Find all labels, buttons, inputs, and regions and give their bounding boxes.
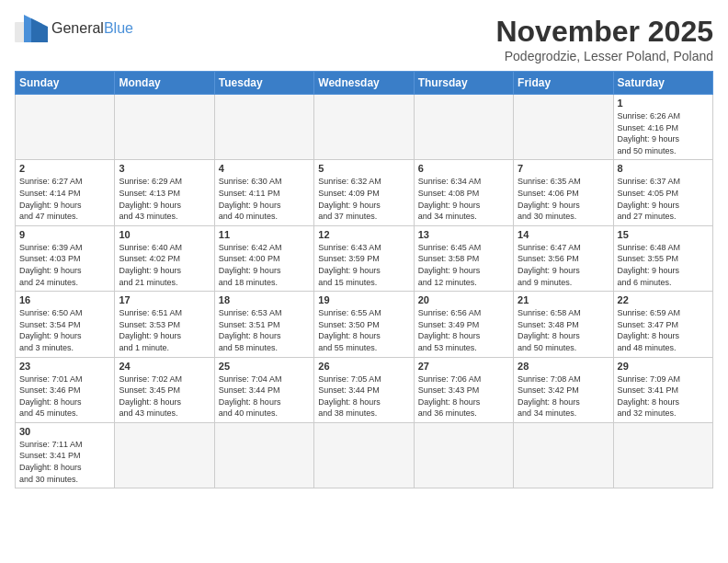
calendar-cell: 4Sunrise: 6:30 AM Sunset: 4:11 PM Daylig… bbox=[214, 160, 313, 225]
calendar-cell bbox=[613, 422, 712, 488]
day-info: Sunrise: 6:50 AM Sunset: 3:54 PM Dayligh… bbox=[19, 307, 110, 353]
day-number: 8 bbox=[618, 163, 709, 174]
calendar-cell: 6Sunrise: 6:34 AM Sunset: 4:08 PM Daylig… bbox=[414, 160, 513, 225]
weekday-header-row: SundayMondayTuesdayWednesdayThursdayFrid… bbox=[16, 72, 713, 95]
calendar-cell: 14Sunrise: 6:47 AM Sunset: 3:56 PM Dayli… bbox=[514, 225, 613, 291]
day-number: 23 bbox=[19, 361, 110, 372]
calendar-cell: 10Sunrise: 6:40 AM Sunset: 4:02 PM Dayli… bbox=[115, 225, 214, 291]
day-info: Sunrise: 6:58 AM Sunset: 3:48 PM Dayligh… bbox=[518, 307, 609, 353]
calendar-title: November 2025 bbox=[495, 15, 713, 49]
page-header: GeneralBlue November 2025 Podegrodzie, L… bbox=[15, 15, 713, 63]
calendar-cell: 15Sunrise: 6:48 AM Sunset: 3:55 PM Dayli… bbox=[613, 225, 712, 291]
weekday-header: Sunday bbox=[16, 72, 115, 95]
calendar-cell bbox=[514, 422, 613, 488]
day-number: 17 bbox=[119, 294, 210, 305]
calendar-cell bbox=[115, 422, 214, 488]
calendar-cell: 24Sunrise: 7:02 AM Sunset: 3:45 PM Dayli… bbox=[115, 357, 214, 422]
title-block: November 2025 Podegrodzie, Lesser Poland… bbox=[495, 15, 713, 63]
calendar-cell: 9Sunrise: 6:39 AM Sunset: 4:03 PM Daylig… bbox=[16, 225, 115, 291]
day-number: 3 bbox=[119, 163, 210, 174]
day-info: Sunrise: 6:47 AM Sunset: 3:56 PM Dayligh… bbox=[518, 242, 609, 288]
day-info: Sunrise: 7:04 AM Sunset: 3:44 PM Dayligh… bbox=[219, 373, 310, 419]
logo: GeneralBlue bbox=[15, 15, 133, 42]
calendar-cell bbox=[314, 95, 414, 160]
logo-icon bbox=[15, 15, 48, 42]
day-info: Sunrise: 7:06 AM Sunset: 3:43 PM Dayligh… bbox=[418, 373, 509, 419]
day-info: Sunrise: 7:08 AM Sunset: 3:42 PM Dayligh… bbox=[518, 373, 609, 419]
calendar-cell: 25Sunrise: 7:04 AM Sunset: 3:44 PM Dayli… bbox=[214, 357, 313, 422]
day-number: 6 bbox=[418, 163, 509, 174]
calendar-cell: 30Sunrise: 7:11 AM Sunset: 3:41 PM Dayli… bbox=[16, 422, 115, 488]
calendar-cell: 17Sunrise: 6:51 AM Sunset: 3:53 PM Dayli… bbox=[115, 292, 214, 357]
calendar-cell: 22Sunrise: 6:59 AM Sunset: 3:47 PM Dayli… bbox=[613, 292, 712, 357]
calendar-cell bbox=[414, 95, 513, 160]
calendar-table: SundayMondayTuesdayWednesdayThursdayFrid… bbox=[15, 71, 713, 488]
day-number: 18 bbox=[219, 294, 310, 305]
calendar-cell bbox=[214, 422, 313, 488]
day-number: 30 bbox=[19, 426, 110, 437]
day-number: 11 bbox=[219, 229, 310, 240]
calendar-cell: 26Sunrise: 7:05 AM Sunset: 3:44 PM Dayli… bbox=[314, 357, 414, 422]
calendar-cell: 27Sunrise: 7:06 AM Sunset: 3:43 PM Dayli… bbox=[414, 357, 513, 422]
day-number: 2 bbox=[19, 163, 110, 174]
day-number: 21 bbox=[518, 294, 609, 305]
day-number: 26 bbox=[318, 361, 409, 372]
weekday-header: Thursday bbox=[414, 72, 513, 95]
calendar-cell: 7Sunrise: 6:35 AM Sunset: 4:06 PM Daylig… bbox=[514, 160, 613, 225]
day-number: 7 bbox=[518, 163, 609, 174]
day-number: 20 bbox=[418, 294, 509, 305]
calendar-cell: 1Sunrise: 6:26 AM Sunset: 4:16 PM Daylig… bbox=[613, 95, 712, 160]
day-info: Sunrise: 7:01 AM Sunset: 3:46 PM Dayligh… bbox=[19, 373, 110, 419]
day-number: 27 bbox=[418, 361, 509, 372]
day-number: 14 bbox=[518, 229, 609, 240]
day-number: 15 bbox=[618, 229, 709, 240]
day-info: Sunrise: 6:32 AM Sunset: 4:09 PM Dayligh… bbox=[318, 176, 409, 222]
day-number: 1 bbox=[618, 98, 709, 109]
weekday-header: Saturday bbox=[613, 72, 712, 95]
day-number: 9 bbox=[19, 229, 110, 240]
calendar-cell: 13Sunrise: 6:45 AM Sunset: 3:58 PM Dayli… bbox=[414, 225, 513, 291]
day-number: 25 bbox=[219, 361, 310, 372]
calendar-cell bbox=[115, 95, 214, 160]
weekday-header: Tuesday bbox=[214, 72, 313, 95]
svg-marker-2 bbox=[31, 18, 48, 42]
day-info: Sunrise: 7:11 AM Sunset: 3:41 PM Dayligh… bbox=[19, 439, 110, 485]
day-info: Sunrise: 6:26 AM Sunset: 4:16 PM Dayligh… bbox=[618, 110, 709, 156]
day-number: 29 bbox=[618, 361, 709, 372]
day-number: 28 bbox=[518, 361, 609, 372]
calendar-cell: 28Sunrise: 7:08 AM Sunset: 3:42 PM Dayli… bbox=[514, 357, 613, 422]
weekday-header: Monday bbox=[115, 72, 214, 95]
day-info: Sunrise: 7:05 AM Sunset: 3:44 PM Dayligh… bbox=[318, 373, 409, 419]
day-number: 24 bbox=[119, 361, 210, 372]
calendar-cell: 8Sunrise: 6:37 AM Sunset: 4:05 PM Daylig… bbox=[613, 160, 712, 225]
day-info: Sunrise: 6:29 AM Sunset: 4:13 PM Dayligh… bbox=[119, 176, 210, 222]
day-info: Sunrise: 6:59 AM Sunset: 3:47 PM Dayligh… bbox=[618, 307, 709, 353]
calendar-cell bbox=[214, 95, 313, 160]
calendar-cell: 5Sunrise: 6:32 AM Sunset: 4:09 PM Daylig… bbox=[314, 160, 414, 225]
day-info: Sunrise: 6:51 AM Sunset: 3:53 PM Dayligh… bbox=[119, 307, 210, 353]
day-info: Sunrise: 6:55 AM Sunset: 3:50 PM Dayligh… bbox=[318, 307, 409, 353]
calendar-cell: 19Sunrise: 6:55 AM Sunset: 3:50 PM Dayli… bbox=[314, 292, 414, 357]
day-info: Sunrise: 6:30 AM Sunset: 4:11 PM Dayligh… bbox=[219, 176, 310, 222]
day-info: Sunrise: 6:53 AM Sunset: 3:51 PM Dayligh… bbox=[219, 307, 310, 353]
calendar-cell: 2Sunrise: 6:27 AM Sunset: 4:14 PM Daylig… bbox=[16, 160, 115, 225]
calendar-cell: 11Sunrise: 6:42 AM Sunset: 4:00 PM Dayli… bbox=[214, 225, 313, 291]
day-info: Sunrise: 7:09 AM Sunset: 3:41 PM Dayligh… bbox=[618, 373, 709, 419]
day-info: Sunrise: 6:40 AM Sunset: 4:02 PM Dayligh… bbox=[119, 242, 210, 288]
day-number: 13 bbox=[418, 229, 509, 240]
day-info: Sunrise: 6:48 AM Sunset: 3:55 PM Dayligh… bbox=[618, 242, 709, 288]
calendar-cell: 18Sunrise: 6:53 AM Sunset: 3:51 PM Dayli… bbox=[214, 292, 313, 357]
day-number: 4 bbox=[219, 163, 310, 174]
calendar-cell bbox=[314, 422, 414, 488]
calendar-cell: 29Sunrise: 7:09 AM Sunset: 3:41 PM Dayli… bbox=[613, 357, 712, 422]
day-number: 5 bbox=[318, 163, 409, 174]
day-info: Sunrise: 6:56 AM Sunset: 3:49 PM Dayligh… bbox=[418, 307, 509, 353]
day-number: 10 bbox=[119, 229, 210, 240]
day-info: Sunrise: 6:35 AM Sunset: 4:06 PM Dayligh… bbox=[518, 176, 609, 222]
calendar-cell: 21Sunrise: 6:58 AM Sunset: 3:48 PM Dayli… bbox=[514, 292, 613, 357]
calendar-cell: 3Sunrise: 6:29 AM Sunset: 4:13 PM Daylig… bbox=[115, 160, 214, 225]
calendar-cell: 16Sunrise: 6:50 AM Sunset: 3:54 PM Dayli… bbox=[16, 292, 115, 357]
day-info: Sunrise: 6:43 AM Sunset: 3:59 PM Dayligh… bbox=[318, 242, 409, 288]
day-info: Sunrise: 6:45 AM Sunset: 3:58 PM Dayligh… bbox=[418, 242, 509, 288]
day-number: 19 bbox=[318, 294, 409, 305]
